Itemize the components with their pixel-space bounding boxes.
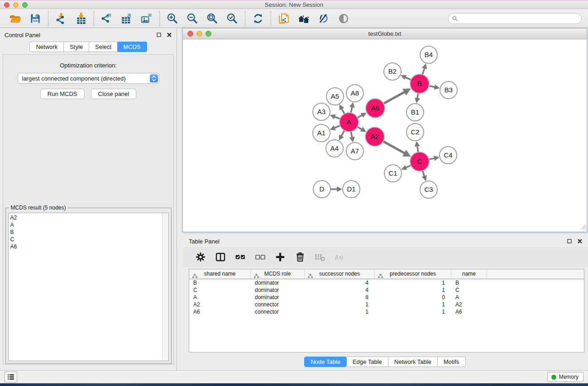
- edge-C-C1[interactable]: [403, 166, 411, 169]
- node-C1[interactable]: C1: [384, 165, 402, 182]
- tab-network-table[interactable]: Network Table: [388, 357, 438, 367]
- float-panel-icon[interactable]: [566, 238, 572, 244]
- table-row[interactable]: A2connector11A2: [189, 301, 584, 308]
- export-network-icon[interactable]: [100, 12, 114, 25]
- edge-A-A3[interactable]: [331, 115, 340, 119]
- export-table-icon[interactable]: [120, 12, 134, 25]
- node-A3[interactable]: A3: [313, 103, 330, 120]
- run-mcds-button[interactable]: Run MCDS: [40, 89, 85, 99]
- table-cell[interactable]: 4: [305, 279, 375, 286]
- zoom-fit-icon[interactable]: [206, 12, 219, 25]
- zoom-in-icon[interactable]: [166, 12, 179, 25]
- table-cell[interactable]: dominator: [251, 286, 305, 294]
- mcds-result-item[interactable]: B: [10, 229, 168, 236]
- close-panel-icon[interactable]: [166, 32, 172, 38]
- edge-B-B2[interactable]: [402, 76, 411, 80]
- search-input[interactable]: [448, 13, 582, 24]
- select-all-rows-icon[interactable]: [235, 252, 246, 262]
- table-cell[interactable]: 4: [305, 286, 375, 294]
- node-B2[interactable]: B2: [384, 63, 401, 80]
- result-scrollbar[interactable]: [162, 213, 168, 361]
- node-A2[interactable]: A2: [365, 127, 384, 146]
- import-network-icon[interactable]: [54, 12, 68, 25]
- edge-A-A7[interactable]: [351, 132, 353, 141]
- table-cell[interactable]: A6: [451, 308, 487, 315]
- zoom-out-icon[interactable]: [186, 12, 199, 25]
- mcds-result-list[interactable]: A2ABCA6: [8, 213, 169, 361]
- column-header-shared-name[interactable]: shared name: [189, 269, 251, 279]
- edge-A6-B[interactable]: [383, 90, 409, 104]
- export-image-icon[interactable]: [140, 12, 153, 25]
- table-cell[interactable]: connector: [251, 301, 305, 308]
- network-graph[interactable]: B4B2BB3B1A5A8A6A3AA1C2A4A7A2C4CC1C3DD1: [183, 39, 587, 232]
- table-cell[interactable]: A: [451, 294, 487, 301]
- tab-network[interactable]: Network: [29, 42, 64, 52]
- node-A[interactable]: A: [339, 113, 359, 132]
- network-window-titlebar[interactable]: testGlobe.txt: [183, 29, 587, 39]
- float-panel-icon[interactable]: [156, 32, 162, 38]
- table-cell[interactable]: connector: [251, 308, 305, 315]
- table-cell[interactable]: A2: [451, 301, 487, 308]
- edge-A-A6[interactable]: [358, 114, 365, 118]
- table-cell[interactable]: A: [189, 294, 251, 301]
- edge-C-C2[interactable]: [417, 143, 418, 152]
- edge-C-C3[interactable]: [422, 171, 425, 180]
- resize-grip-icon[interactable]: [579, 223, 586, 231]
- node-D[interactable]: D: [313, 181, 330, 198]
- clone-network-icon[interactable]: [277, 12, 291, 25]
- table-cell[interactable]: A6: [189, 308, 251, 315]
- edge-B-B3[interactable]: [429, 86, 439, 88]
- tab-select[interactable]: Select: [89, 42, 118, 52]
- edge-B-B1[interactable]: [417, 93, 418, 102]
- table-cell[interactable]: B: [189, 279, 251, 286]
- mcds-result-item[interactable]: A6: [10, 243, 168, 250]
- node-C2[interactable]: C2: [406, 124, 424, 141]
- show-hide-panel-icon[interactable]: [337, 12, 350, 25]
- edge-A-A2[interactable]: [357, 127, 365, 131]
- save-session-icon[interactable]: [29, 12, 42, 25]
- table-settings-icon[interactable]: [195, 252, 206, 262]
- toggle-graphics-details-icon[interactable]: [317, 12, 330, 25]
- table-row[interactable]: Cdominator41C: [189, 286, 584, 294]
- node-D1[interactable]: D1: [343, 181, 360, 198]
- import-table-icon[interactable]: [74, 12, 88, 25]
- column-header-predecessor-nodes[interactable]: predecessor nodes: [375, 269, 451, 279]
- node-B1[interactable]: B1: [406, 104, 424, 121]
- table-cell[interactable]: 1: [375, 301, 451, 308]
- node-C3[interactable]: C3: [420, 181, 437, 198]
- node-B3[interactable]: B3: [440, 81, 457, 99]
- table-cell[interactable]: 1: [375, 308, 451, 315]
- deselect-all-rows-icon[interactable]: [255, 252, 266, 262]
- edge-A2-C[interactable]: [383, 141, 409, 156]
- node-A8[interactable]: A8: [346, 85, 363, 102]
- edge-B-B4[interactable]: [422, 65, 425, 75]
- edge-C-C4[interactable]: [429, 157, 438, 159]
- column-header-mcds-role[interactable]: MCDS role: [251, 269, 305, 279]
- node-B4[interactable]: B4: [420, 46, 437, 63]
- column-header-successor-nodes[interactable]: successor nodes: [305, 269, 375, 279]
- table-cell[interactable]: A2: [189, 301, 251, 308]
- table-row[interactable]: Adominator80A: [189, 294, 584, 301]
- close-panel-icon[interactable]: [577, 238, 583, 244]
- mcds-result-item[interactable]: A: [10, 221, 168, 229]
- criterion-dropdown[interactable]: largest connected component (directed): [18, 73, 159, 84]
- edge-A-A8[interactable]: [351, 104, 353, 113]
- edge-A-A4[interactable]: [339, 130, 344, 139]
- tab-node-table[interactable]: Node Table: [304, 357, 347, 367]
- mcds-result-item[interactable]: A2: [10, 214, 168, 221]
- home-layout-icon[interactable]: [297, 12, 311, 25]
- table-cell[interactable]: B: [451, 279, 487, 286]
- table-cell[interactable]: 1: [305, 301, 375, 308]
- node-A4[interactable]: A4: [326, 140, 343, 157]
- edge-A-A5[interactable]: [340, 106, 344, 114]
- table-cell[interactable]: 1: [375, 279, 451, 286]
- open-file-icon[interactable]: [9, 12, 22, 25]
- node-A5[interactable]: A5: [326, 88, 344, 105]
- table-cell[interactable]: 0: [375, 294, 451, 301]
- node-A6[interactable]: A6: [366, 99, 385, 118]
- delete-column-icon[interactable]: [295, 252, 306, 262]
- tab-style[interactable]: Style: [64, 42, 89, 52]
- node-C4[interactable]: C4: [440, 147, 457, 164]
- close-panel-button[interactable]: Close panel: [91, 89, 137, 99]
- table-row[interactable]: Bdominator41B: [189, 279, 584, 286]
